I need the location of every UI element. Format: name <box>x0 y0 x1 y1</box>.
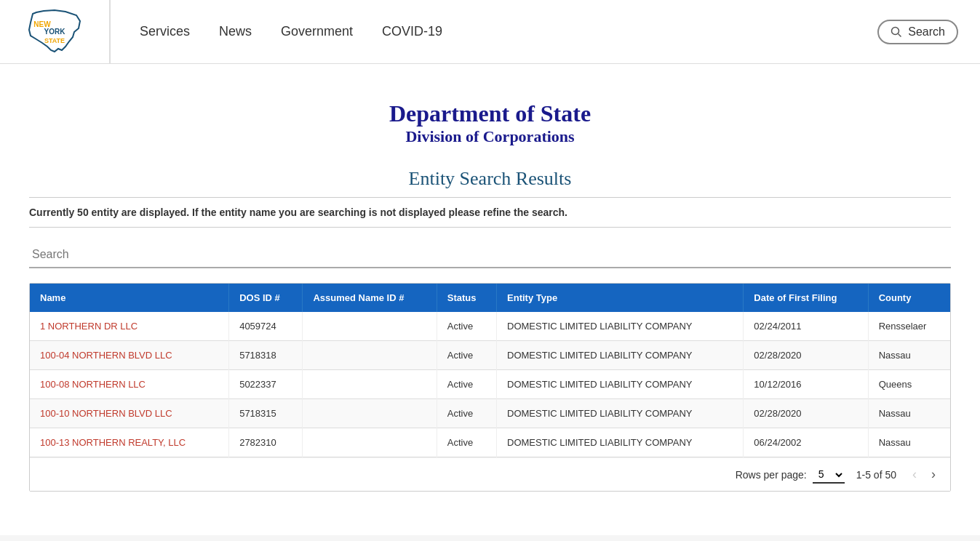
table-row: 100-10 NORTHERN BLVD LLC 5718315 Active … <box>30 399 950 428</box>
dept-title: Department of State <box>29 100 951 127</box>
cell-county: Nassau <box>868 428 950 457</box>
svg-line-4 <box>899 33 901 36</box>
cell-status: Active <box>437 312 496 341</box>
page-header: Department of State Division of Corporat… <box>29 86 951 153</box>
col-date-first-filing: Date of First Filing <box>744 284 868 312</box>
cell-status: Active <box>437 370 496 399</box>
nav-news[interactable]: News <box>219 20 252 43</box>
cell-dos-id: 5718315 <box>229 399 303 428</box>
col-dos-id: DOS ID # <box>229 284 303 312</box>
rows-per-page-label: Rows per page: <box>736 469 807 481</box>
col-assumed-name: Assumed Name ID # <box>303 284 437 312</box>
cell-county: Nassau <box>868 341 950 370</box>
search-icon <box>891 26 902 38</box>
svg-text:YORK: YORK <box>44 28 66 36</box>
cell-assumed-name <box>303 370 437 399</box>
table-body: 1 NORTHERN DR LLC 4059724 Active DOMESTI… <box>30 312 950 457</box>
cell-name: 100-04 NORTHERN BLVD LLC <box>30 341 229 370</box>
cell-status: Active <box>437 341 496 370</box>
next-page-button[interactable]: › <box>927 465 940 484</box>
cell-entity-type: DOMESTIC LIMITED LIABILITY COMPANY <box>497 370 744 399</box>
entity-link[interactable]: 1 NORTHERN DR LLC <box>40 321 138 332</box>
cell-county: Nassau <box>868 399 950 428</box>
cell-status: Active <box>437 428 496 457</box>
nav-services[interactable]: Services <box>140 20 190 43</box>
prev-page-button[interactable]: ‹ <box>908 465 921 484</box>
pagination-area: Rows per page: 5 10 25 50 1-5 of 50 ‹ › <box>30 457 950 491</box>
rows-per-page-select[interactable]: 5 10 25 50 <box>813 466 845 484</box>
cell-county: Rensselaer <box>868 312 950 341</box>
cell-dos-id: 2782310 <box>229 428 303 457</box>
svg-text:STATE: STATE <box>44 37 65 44</box>
cell-dos-id: 5718318 <box>229 341 303 370</box>
div-title: Division of Corporations <box>29 127 951 146</box>
cell-name: 100-08 NORTHERN LLC <box>30 370 229 399</box>
main-nav: Services News Government COVID-19 <box>140 20 877 43</box>
table-header: Name DOS ID # Assumed Name ID # Status E… <box>30 284 950 312</box>
cell-name: 100-10 NORTHERN BLVD LLC <box>30 399 229 428</box>
svg-point-3 <box>892 27 899 34</box>
search-filter-area <box>29 242 951 268</box>
results-title: Entity Search Results <box>29 168 951 190</box>
page-nav: ‹ › <box>908 465 940 484</box>
main-content: Department of State Division of Corporat… <box>0 64 980 535</box>
cell-entity-type: DOMESTIC LIMITED LIABILITY COMPANY <box>497 341 744 370</box>
cell-entity-type: DOMESTIC LIMITED LIABILITY COMPANY <box>497 312 744 341</box>
page-info: 1-5 of 50 <box>856 469 896 481</box>
col-entity-type: Entity Type <box>497 284 744 312</box>
cell-status: Active <box>437 399 496 428</box>
cell-date-first-filing: 02/24/2011 <box>744 312 868 341</box>
nav-government[interactable]: Government <box>281 20 353 43</box>
results-table: Name DOS ID # Assumed Name ID # Status E… <box>30 284 950 457</box>
cell-date-first-filing: 10/12/2016 <box>744 370 868 399</box>
col-name: Name <box>30 284 229 312</box>
table-row: 1 NORTHERN DR LLC 4059724 Active DOMESTI… <box>30 312 950 341</box>
results-table-container: Name DOS ID # Assumed Name ID # Status E… <box>29 283 951 492</box>
table-row: 100-13 NORTHERN REALTY, LLC 2782310 Acti… <box>30 428 950 457</box>
nav-covid[interactable]: COVID-19 <box>382 20 442 43</box>
search-label: Search <box>908 25 945 39</box>
entity-link[interactable]: 100-13 NORTHERN REALTY, LLC <box>40 437 186 448</box>
table-row: 100-08 NORTHERN LLC 5022337 Active DOMES… <box>30 370 950 399</box>
cell-assumed-name <box>303 399 437 428</box>
cell-dos-id: 5022337 <box>229 370 303 399</box>
cell-assumed-name <box>303 428 437 457</box>
entity-link[interactable]: 100-10 NORTHERN BLVD LLC <box>40 408 172 419</box>
cell-county: Queens <box>868 370 950 399</box>
ny-state-logo: NEW YORK STATE <box>22 7 87 57</box>
table-row: 100-04 NORTHERN BLVD LLC 5718318 Active … <box>30 341 950 370</box>
search-box[interactable]: Search <box>877 20 958 44</box>
results-info: Currently 50 entity are displayed. If th… <box>29 197 951 228</box>
search-filter-input[interactable] <box>29 242 951 268</box>
cell-date-first-filing: 02/28/2020 <box>744 399 868 428</box>
cell-entity-type: DOMESTIC LIMITED LIABILITY COMPANY <box>497 399 744 428</box>
col-status: Status <box>437 284 496 312</box>
rows-per-page: Rows per page: 5 10 25 50 <box>736 466 845 484</box>
cell-name: 1 NORTHERN DR LLC <box>30 312 229 341</box>
header: NEW YORK STATE Services News Government … <box>0 0 980 64</box>
cell-entity-type: DOMESTIC LIMITED LIABILITY COMPANY <box>497 428 744 457</box>
cell-dos-id: 4059724 <box>229 312 303 341</box>
entity-link[interactable]: 100-04 NORTHERN BLVD LLC <box>40 350 172 361</box>
cell-date-first-filing: 02/28/2020 <box>744 341 868 370</box>
col-county: County <box>868 284 950 312</box>
entity-link[interactable]: 100-08 NORTHERN LLC <box>40 379 146 390</box>
cell-assumed-name <box>303 341 437 370</box>
cell-name: 100-13 NORTHERN REALTY, LLC <box>30 428 229 457</box>
cell-assumed-name <box>303 312 437 341</box>
cell-date-first-filing: 06/24/2002 <box>744 428 868 457</box>
logo-area: NEW YORK STATE <box>22 0 111 64</box>
